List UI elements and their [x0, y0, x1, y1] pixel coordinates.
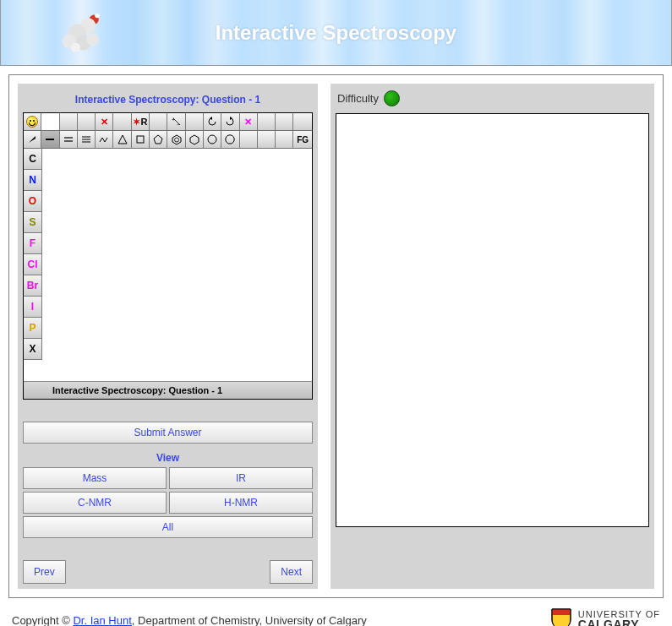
- drawing-canvas[interactable]: [42, 149, 312, 381]
- difficulty-label: Difficulty: [337, 92, 379, 105]
- svg-point-7: [71, 43, 80, 52]
- university-name: UNIVERSITY OF CALGARY: [578, 610, 660, 626]
- atom-column: CNOSFClBrIPX: [24, 149, 42, 381]
- svg-point-6: [86, 34, 99, 46]
- atom-s-button[interactable]: S: [24, 212, 42, 233]
- banner: Interactive Spectroscopy: [0, 0, 672, 66]
- editor-body: CNOSFClBrIPX: [24, 149, 312, 381]
- octagon-icon[interactable]: [221, 131, 239, 148]
- eraser-r-icon[interactable]: ✶R: [132, 113, 150, 130]
- difficulty-indicator-icon: [384, 90, 400, 106]
- svg-point-19: [208, 135, 216, 144]
- atom-cl-button[interactable]: Cl: [24, 254, 42, 275]
- delete-icon[interactable]: ✕: [96, 113, 113, 130]
- clear-icon[interactable]: ✕: [240, 113, 258, 130]
- submit-button[interactable]: Submit Answer: [23, 422, 313, 444]
- all-button[interactable]: All: [23, 516, 313, 538]
- double-bond-icon[interactable]: [60, 131, 78, 148]
- hnmr-button[interactable]: H-NMR: [169, 492, 313, 514]
- svg-text:−: −: [177, 122, 180, 128]
- spectra-display: [336, 113, 649, 527]
- blank-tool-9[interactable]: [293, 113, 311, 130]
- blank-tool-7[interactable]: [258, 113, 276, 130]
- main-frame: Interactive Spectroscopy: Question - 1 ✕…: [8, 74, 664, 598]
- copyright-suffix: , Department of Chemistry, University of…: [132, 614, 367, 627]
- blank-tool-2[interactable]: [60, 113, 78, 130]
- toolrow-1: ✕ ✶R +− ✕: [24, 113, 312, 131]
- atom-n-button[interactable]: N: [24, 170, 42, 191]
- structure-editor: ✕ ✶R +− ✕: [23, 112, 313, 400]
- svg-rect-17: [137, 136, 144, 143]
- right-panel: Difficulty: [331, 84, 654, 589]
- blank-tool-11[interactable]: [258, 131, 276, 148]
- atom-p-button[interactable]: P: [24, 318, 42, 339]
- university-logo: UNIVERSITY OF CALGARY: [549, 607, 660, 626]
- atom-c-button[interactable]: C: [24, 149, 42, 170]
- svg-point-1: [95, 14, 100, 19]
- blank-tool-12[interactable]: [276, 131, 293, 148]
- undo-icon[interactable]: [204, 113, 221, 130]
- copyright-prefix: Copyright ©: [12, 614, 73, 627]
- copyright-text: Copyright © Dr. Ian Hunt, Department of …: [12, 614, 367, 627]
- left-panel: Interactive Spectroscopy: Question - 1 ✕…: [18, 84, 318, 589]
- atom-i-button[interactable]: I: [24, 297, 42, 318]
- chain-icon[interactable]: [96, 131, 113, 148]
- atom-br-button[interactable]: Br: [24, 275, 42, 297]
- svg-point-20: [226, 135, 234, 144]
- atom-x-button[interactable]: X: [24, 339, 42, 360]
- ir-button[interactable]: IR: [169, 467, 313, 489]
- next-button[interactable]: Next: [270, 560, 313, 584]
- plusminus-icon[interactable]: +−: [167, 113, 185, 130]
- blank-tool-3[interactable]: [78, 113, 96, 130]
- toolrow-2: FG: [24, 131, 312, 149]
- molecule-icon: [60, 10, 107, 57]
- svg-point-18: [174, 138, 178, 142]
- hexagon-icon[interactable]: [186, 131, 204, 148]
- pentagon-icon[interactable]: [150, 131, 167, 148]
- atom-f-button[interactable]: F: [24, 233, 42, 254]
- benzene-icon[interactable]: [167, 131, 185, 148]
- file-tab: Interactive Spectroscopy: Question - 1: [24, 381, 312, 399]
- cnmr-button[interactable]: C-NMR: [23, 492, 167, 514]
- triangle-icon[interactable]: [113, 131, 131, 148]
- single-bond-icon[interactable]: [41, 131, 59, 148]
- blank-tool-6[interactable]: [186, 113, 204, 130]
- stereo-bond-icon[interactable]: [24, 131, 41, 148]
- heptagon-icon[interactable]: [204, 131, 221, 148]
- blank-tool-8[interactable]: [276, 113, 293, 130]
- blank-tool-1[interactable]: [41, 113, 59, 130]
- prev-button[interactable]: Prev: [23, 560, 66, 584]
- view-label: View: [23, 449, 313, 467]
- footer: Copyright © Dr. Ian Hunt, Department of …: [0, 598, 672, 626]
- smiley-icon[interactable]: [24, 113, 41, 130]
- triple-bond-icon[interactable]: [78, 131, 96, 148]
- blank-tool-5[interactable]: [150, 113, 167, 130]
- mass-button[interactable]: Mass: [23, 467, 167, 489]
- redo-icon[interactable]: [221, 113, 239, 130]
- fg-button[interactable]: FG: [293, 131, 311, 148]
- question-title: Interactive Spectroscopy: Question - 1: [23, 89, 313, 112]
- square-icon[interactable]: [132, 131, 150, 148]
- blank-tool-10[interactable]: [240, 131, 258, 148]
- view-grid: Mass IR C-NMR H-NMR: [23, 467, 313, 514]
- author-link[interactable]: Dr. Ian Hunt: [73, 614, 131, 627]
- atom-o-button[interactable]: O: [24, 191, 42, 212]
- nav-row: Prev Next: [23, 560, 313, 584]
- shield-icon: [549, 607, 573, 626]
- blank-tool-4[interactable]: [113, 113, 131, 130]
- difficulty-row: Difficulty: [336, 89, 649, 113]
